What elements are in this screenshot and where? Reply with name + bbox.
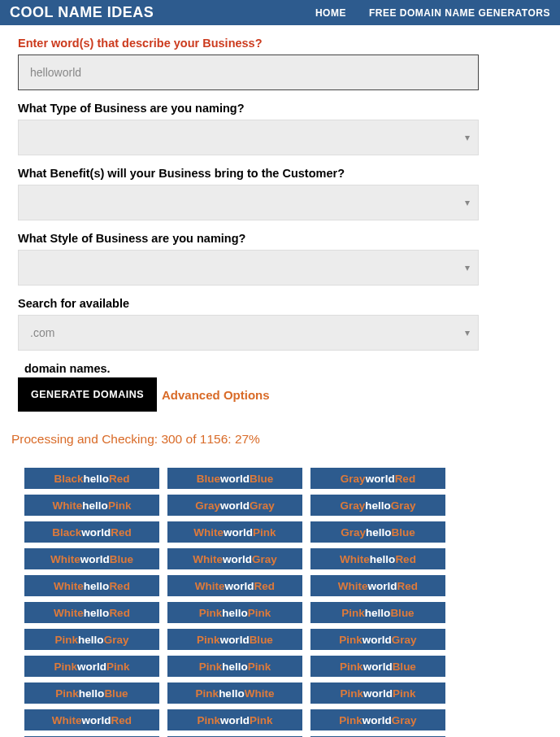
result-chip[interactable]: PinkworldBlue: [167, 629, 302, 650]
chip-part: Gray: [392, 634, 417, 646]
chip-part: Pink: [393, 687, 416, 700]
chip-part: Blue: [390, 607, 414, 619]
result-chip[interactable]: GrayworldGray: [167, 495, 302, 516]
form-area: Enter word(s) that describe your Busines…: [0, 25, 560, 412]
chip-part: White: [54, 607, 84, 619]
chip-part: world: [82, 714, 111, 726]
result-chip[interactable]: WhiteworldRed: [24, 709, 159, 730]
result-chip[interactable]: PinkhelloBlue: [310, 602, 445, 623]
chip-part: Blue: [250, 473, 273, 485]
chip-part: Red: [395, 473, 416, 485]
style-select[interactable]: [18, 250, 479, 286]
chip-part: Gray: [104, 634, 129, 646]
result-chip[interactable]: WhiteworldBlue: [24, 548, 159, 569]
chip-part: Gray: [252, 553, 277, 565]
chip-part: White: [195, 580, 225, 592]
chip-part: White: [193, 553, 223, 565]
chip-part: White: [50, 553, 80, 565]
generate-row: GENERATE DOMAINS Advanced Options: [18, 377, 542, 412]
chip-part: Pink: [55, 634, 79, 646]
results-grid: BlackhelloRedWhitehelloPinkBlackworldRed…: [0, 453, 560, 737]
chip-part: hello: [365, 607, 391, 619]
result-chip[interactable]: PinkworldPink: [167, 709, 302, 730]
chip-part: world: [220, 714, 250, 726]
chip-part: Gray: [195, 499, 220, 512]
chip-part: hello: [82, 499, 108, 512]
result-chip[interactable]: GrayhelloBlue: [310, 521, 445, 543]
chip-part: hello: [84, 607, 110, 619]
result-chip[interactable]: WhitehelloRed: [24, 575, 159, 596]
result-chip[interactable]: WhitehelloRed: [310, 548, 445, 569]
chip-part: Pink: [340, 661, 363, 673]
business-type-select[interactable]: [18, 120, 479, 155]
result-chip[interactable]: PinkworldGray: [310, 629, 445, 650]
chip-part: world: [363, 661, 393, 673]
chip-part: hello: [365, 499, 391, 512]
result-chip[interactable]: PinkworldPink: [310, 682, 445, 704]
chip-part: White: [53, 499, 83, 512]
result-chip[interactable]: WhiteworldRed: [167, 575, 302, 596]
result-chip[interactable]: PinkhelloPink: [167, 602, 302, 623]
processing-status: Processing and Checking: 300 of 1156: 27…: [0, 412, 560, 453]
chip-part: Black: [54, 473, 83, 485]
result-chip[interactable]: GrayworldRed: [310, 468, 445, 489]
chip-part: Red: [397, 580, 419, 592]
result-chip[interactable]: PinkhelloGray: [24, 629, 159, 650]
chip-part: hello: [84, 580, 110, 592]
chip-part: Pink: [54, 661, 77, 673]
chip-part: Gray: [392, 714, 417, 726]
results-col-1: BlackhelloRedWhitehelloPinkBlackworldRed…: [24, 468, 159, 737]
result-chip[interactable]: PinkhelloWhite: [167, 682, 302, 704]
chip-part: world: [362, 714, 392, 726]
result-chip[interactable]: PinkhelloPink: [167, 656, 302, 677]
tld-select[interactable]: .com: [18, 315, 479, 351]
result-chip[interactable]: BlueworldBlue: [167, 468, 302, 489]
chip-part: world: [220, 473, 250, 485]
chip-part: world: [224, 526, 253, 539]
site-title[interactable]: COOL NAME IDEAS: [10, 4, 154, 21]
chip-part: Pink: [199, 607, 223, 619]
generate-button[interactable]: GENERATE DOMAINS: [18, 377, 157, 412]
q1-label: Enter word(s) that describe your Busines…: [18, 37, 542, 50]
result-chip[interactable]: PinkworldGray: [310, 709, 445, 730]
result-chip[interactable]: WhiteworldGray: [167, 548, 302, 569]
chip-part: hello: [78, 634, 104, 646]
chip-part: world: [80, 553, 110, 565]
chip-part: Pink: [197, 714, 220, 726]
result-chip[interactable]: WhiteworldPink: [167, 521, 302, 543]
chip-part: Red: [109, 580, 130, 592]
results-col-3: GrayworldRedGrayhelloGrayGrayhelloBlueWh…: [310, 468, 445, 737]
chip-part: world: [220, 634, 250, 646]
chip-part: world: [220, 499, 250, 512]
result-chip[interactable]: GrayhelloGray: [310, 495, 445, 516]
keyword-input[interactable]: [18, 55, 479, 90]
chip-part: Pink: [106, 661, 130, 673]
nav-home[interactable]: HOME: [315, 7, 346, 19]
chip-part: Pink: [253, 526, 276, 539]
results-col-2: BlueworldBlueGrayworldGrayWhiteworldPink…: [167, 468, 302, 737]
result-chip[interactable]: PinkworldPink: [24, 656, 159, 677]
result-chip[interactable]: PinkworldBlue: [310, 656, 445, 677]
result-chip[interactable]: WhitehelloRed: [24, 602, 159, 623]
chip-part: Pink: [248, 661, 271, 673]
advanced-options-link[interactable]: Advanced Options: [162, 388, 270, 402]
result-chip[interactable]: BlackhelloRed: [24, 468, 159, 489]
chip-part: Pink: [250, 714, 273, 726]
result-chip[interactable]: WhitehelloPink: [24, 495, 159, 516]
chip-part: Gray: [391, 499, 416, 512]
chip-part: world: [362, 634, 392, 646]
q3-label: What Benefit(s) will your Business bring…: [18, 167, 542, 180]
result-chip[interactable]: BlackworldRed: [24, 521, 159, 543]
chip-part: hello: [222, 607, 248, 619]
result-chip[interactable]: PinkhelloBlue: [24, 682, 159, 704]
chip-part: Gray: [250, 499, 275, 512]
header: COOL NAME IDEAS HOME FREE DOMAIN NAME GE…: [0, 0, 560, 25]
result-chip[interactable]: WhiteworldRed: [310, 575, 445, 596]
chip-part: Gray: [341, 473, 366, 485]
chip-part: Pink: [340, 687, 363, 700]
nav-generators[interactable]: FREE DOMAIN NAME GENERATORS: [369, 7, 550, 19]
chip-part: hello: [84, 473, 110, 485]
q5-tail: domain names.: [24, 362, 542, 375]
chip-part: Pink: [199, 661, 223, 673]
benefit-select[interactable]: [18, 185, 479, 220]
